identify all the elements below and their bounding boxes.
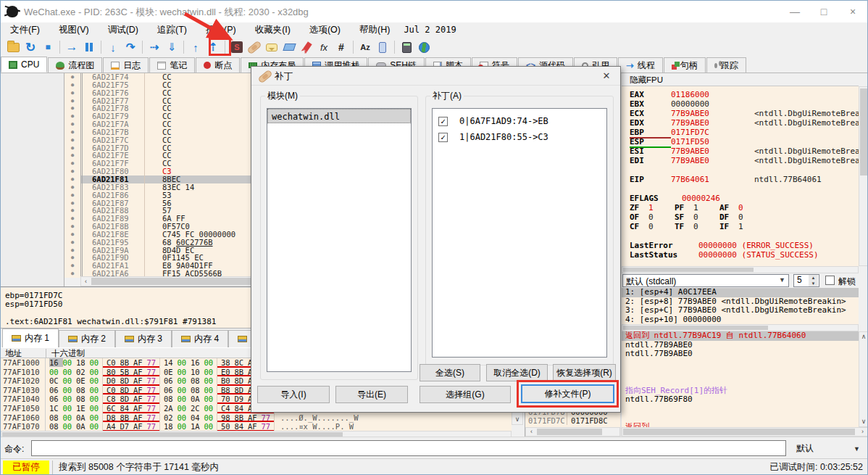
memory-byte[interactable]: AF (133, 395, 147, 403)
memory-byte[interactable]: 5B (120, 368, 134, 376)
memory-byte[interactable]: 0E (76, 376, 90, 385)
memory-byte[interactable]: 00 (90, 404, 104, 413)
execute-till-return-icon[interactable]: ↑ (187, 39, 204, 55)
stack-comment-row[interactable]: ntdll.77B69F80 (622, 395, 859, 405)
memory-byte[interactable]: D7 (120, 422, 134, 431)
memory-byte[interactable]: C0 (107, 386, 120, 395)
memory-byte[interactable]: AF (133, 404, 147, 413)
memory-byte[interactable]: D9 (235, 395, 249, 403)
memory-byte[interactable]: 8B (235, 368, 249, 376)
calling-convention-select[interactable]: 默认 (stdcall) ▼ (622, 274, 789, 287)
tab-跟踪[interactable]: 跟踪 (706, 57, 746, 73)
tab-句柄[interactable]: 句柄 (664, 57, 706, 73)
hide-fpu-button[interactable]: 隐藏FPU (622, 73, 859, 86)
breakpoint-dot-icon[interactable]: ● (64, 183, 80, 191)
memory-byte[interactable]: C4 (221, 404, 235, 413)
tab-流程图[interactable]: 流程图 (48, 57, 102, 73)
comments-vscrollbar[interactable]: ∧ ∨ (859, 331, 868, 427)
command-profile-select[interactable]: 默认 ▼ (792, 440, 864, 456)
memory-byte[interactable]: C8 (107, 395, 120, 403)
select-all-button[interactable]: 全选(S) (420, 364, 480, 381)
register-row[interactable] (630, 165, 859, 175)
memory-byte[interactable]: 00 (204, 413, 218, 422)
register-row[interactable]: EIP77B64061ntdll.77B64061 (630, 175, 859, 184)
memory-tab[interactable]: 内存 4 (172, 330, 228, 347)
breakpoint-dot-icon[interactable]: ● (64, 207, 80, 215)
memory-byte[interactable]: 00 (204, 386, 218, 395)
memory-byte[interactable]: 77 (147, 404, 161, 413)
memory-row[interactable]: 77AF107008000A00A4D7AF7718001A005084AF77… (1, 422, 512, 431)
memory-byte[interactable]: 0E (164, 368, 178, 376)
memory-byte[interactable]: 00 (90, 422, 104, 431)
register-row[interactable]: ECX77B9ABE0<ntdll.DbgUiRemoteBreakin> (630, 109, 859, 118)
memory-byte[interactable]: 02 (76, 368, 90, 376)
memory-byte[interactable]: 77 (147, 368, 161, 376)
memory-byte[interactable]: 77 (147, 395, 161, 403)
patch-checkbox[interactable]: ✓ (438, 133, 448, 142)
stack-hscrollbar[interactable]: ‹ (525, 427, 620, 437)
memory-byte[interactable]: 00 (63, 413, 77, 422)
memory-byte[interactable]: 00 (90, 376, 104, 385)
register-row[interactable]: EBX00000000 (630, 99, 859, 109)
memory-byte[interactable]: 00 (49, 368, 63, 376)
breakpoint-dot-icon[interactable]: ● (64, 152, 80, 160)
memory-byte[interactable]: 00 (63, 422, 77, 431)
breakpoint-dot-icon[interactable]: ● (64, 199, 80, 207)
memory-byte[interactable]: 2C (191, 404, 204, 413)
tab-cpu[interactable]: CPU (1, 57, 47, 73)
step-over-icon[interactable]: ↷ (122, 39, 139, 55)
memory-byte[interactable]: 00 (178, 422, 191, 431)
menu-item-h[interactable]: 帮助(H) (350, 22, 399, 38)
memory-byte[interactable]: 00 (63, 358, 77, 367)
stack-comment-row[interactable] (622, 405, 859, 414)
memory-byte[interactable]: 50 (221, 422, 235, 431)
run-icon[interactable]: → (63, 39, 80, 55)
register-row[interactable]: EDI77B9ABE0<ntdll.DbgUiRemoteBreakin> (630, 156, 859, 165)
memory-byte[interactable]: 1E (76, 404, 90, 413)
maximize-button[interactable]: □ (809, 1, 838, 22)
memory-byte[interactable]: 38 (221, 358, 235, 367)
menu-item-t[interactable]: 追踪(T) (148, 22, 196, 38)
breakpoint-dot-icon[interactable]: ● (64, 262, 80, 270)
menu-item-i[interactable]: 收藏夹(I) (246, 22, 300, 38)
patch-list[interactable]: ✓0|6A7F1AD9:74->EB✓1|6AD21F80:55->C3 (432, 108, 607, 358)
breakpoint-dot-icon[interactable]: ● (64, 73, 80, 81)
tab-断点[interactable]: 断点 (196, 57, 240, 73)
memory-byte[interactable]: 14 (164, 358, 178, 367)
tab-笔记[interactable]: 笔记 (149, 57, 195, 73)
memory-byte[interactable]: 00 (90, 386, 104, 395)
memory-byte[interactable]: 06 (49, 395, 63, 403)
memory-byte[interactable]: AF (133, 413, 147, 422)
patch-list-item[interactable]: ✓1|6AD21F80:55->C3 (433, 129, 606, 145)
memory-byte[interactable]: 06 (49, 386, 63, 395)
menu-item-d[interactable]: 调试(D) (99, 22, 148, 38)
memory-byte[interactable]: 0A (76, 422, 90, 431)
breakpoint-dot-icon[interactable]: ● (64, 175, 80, 183)
memory-byte[interactable]: 8D (120, 376, 134, 385)
patch-list-item[interactable]: ✓0|6A7F1AD9:74->EB (433, 113, 606, 129)
memory-byte[interactable]: 00 (204, 368, 218, 376)
register-row[interactable]: LastStatus00000000 (STATUS_SUCCESS) (630, 250, 859, 260)
memory-byte[interactable]: 08 (76, 386, 90, 395)
menu-item-o[interactable]: 选项(O) (300, 22, 350, 38)
breakpoint-dot-icon[interactable]: ● (64, 144, 80, 152)
hash-icon[interactable]: # (333, 39, 350, 55)
open-file-icon[interactable] (4, 39, 22, 55)
register-row[interactable]: EFLAGS00000246 (630, 194, 859, 203)
memory-byte[interactable]: 6C (107, 404, 120, 413)
register-row[interactable]: EDX77B9ABE0<ntdll.DbgUiRemoteBreakin> (630, 118, 859, 128)
memory-byte[interactable]: AF (248, 422, 262, 431)
breakpoint-dot-icon[interactable]: ● (64, 254, 80, 262)
memory-byte[interactable]: 84 (235, 404, 249, 413)
memory-byte[interactable]: 77 (147, 413, 161, 422)
memory-row[interactable]: 77AF106008000A00D88BAF7702000400988BAF77… (1, 413, 512, 423)
tab-日志[interactable]: 日志 (103, 57, 149, 73)
import-button[interactable]: 导入(I) (257, 386, 330, 403)
registers-vscrollbar[interactable] (859, 86, 868, 266)
memory-byte[interactable]: 00 (90, 413, 104, 422)
memory-byte[interactable]: 2A (164, 404, 178, 413)
breakpoint-dot-icon[interactable]: ● (64, 247, 80, 255)
run-to-user-code-icon[interactable]: ⇡ (204, 39, 222, 55)
memory-byte[interactable]: E0 (221, 368, 235, 376)
function-icon[interactable]: fx (315, 39, 333, 55)
